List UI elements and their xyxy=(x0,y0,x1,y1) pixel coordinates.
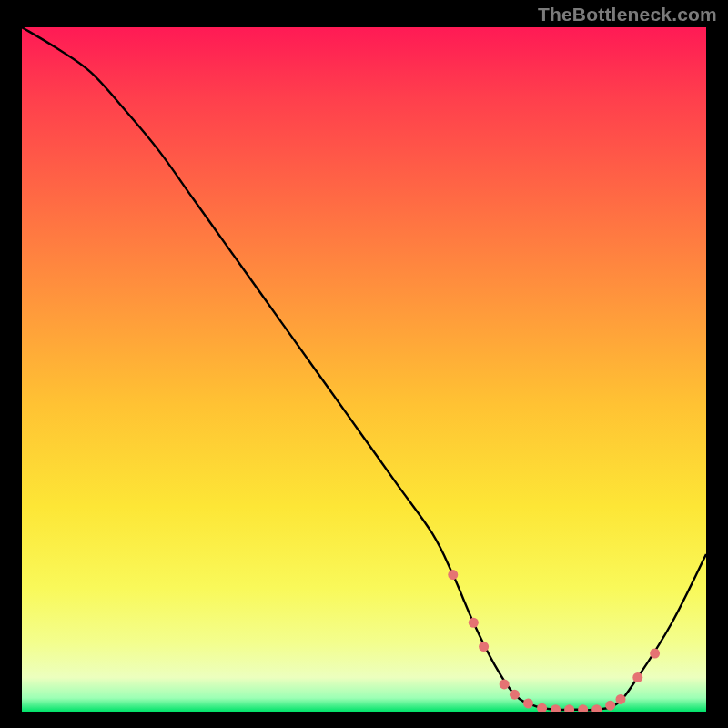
marker-point xyxy=(616,694,626,704)
curve-layer xyxy=(22,27,706,712)
marker-point xyxy=(564,704,574,712)
marker-point xyxy=(605,701,615,711)
marker-point xyxy=(523,698,533,708)
bottleneck-curve xyxy=(22,27,706,710)
marker-point xyxy=(632,672,642,682)
marker-point xyxy=(510,690,520,700)
marker-point xyxy=(537,703,547,712)
marker-point xyxy=(448,570,458,580)
marker-point xyxy=(650,649,660,659)
marker-point xyxy=(469,618,479,628)
chart-frame: TheBottleneck.com xyxy=(0,0,728,728)
marker-point xyxy=(592,704,602,712)
marker-point xyxy=(551,704,561,712)
marker-point xyxy=(479,642,489,652)
plot-area xyxy=(22,27,706,712)
marker-point xyxy=(578,704,588,712)
marker-point xyxy=(500,679,510,689)
attribution-text: TheBottleneck.com xyxy=(538,4,717,25)
